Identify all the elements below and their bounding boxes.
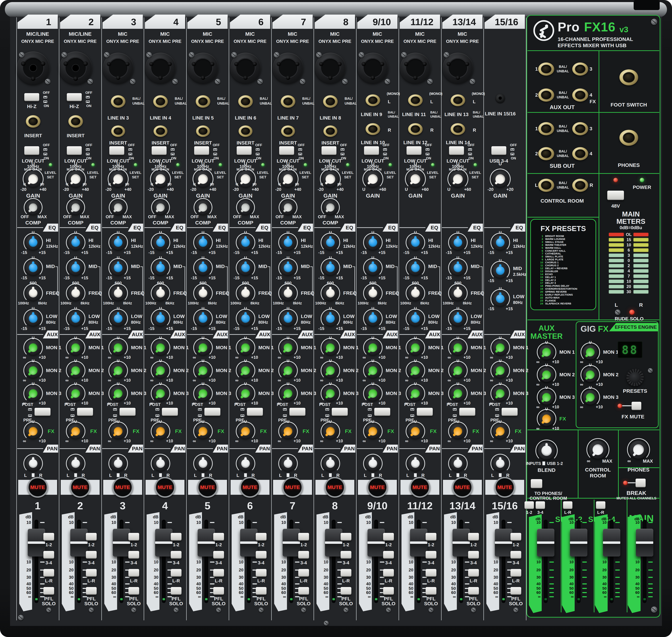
ch-11-12-pan-knob[interactable] <box>408 456 423 471</box>
ch-4-route-34-button[interactable] <box>171 551 181 559</box>
ch-5-route-34-button[interactable] <box>213 551 224 559</box>
ch-11-12-mid-knob[interactable] <box>408 260 423 275</box>
ch-13-14-postpre-button[interactable] <box>459 408 475 416</box>
fx-mute-button[interactable] <box>632 402 641 410</box>
ch-3-pan-knob[interactable] <box>111 456 125 471</box>
ch-7-route-lr-button[interactable] <box>298 569 309 577</box>
ch-11-12-lowcut-button[interactable] <box>406 146 421 155</box>
ch-2-mid-knob[interactable] <box>68 260 83 275</box>
ch-11-12-route-34-button[interactable] <box>425 551 436 559</box>
ch-15-16-pan-knob[interactable] <box>493 456 508 471</box>
ch-2-low-knob[interactable] <box>68 311 83 326</box>
ch-6-lowcut-button[interactable] <box>237 146 252 155</box>
ch-2-pan-knob[interactable] <box>68 456 83 471</box>
ch-13-14-route-pfl-button[interactable] <box>468 587 479 595</box>
ch-6-freq-knob[interactable] <box>238 286 253 301</box>
ch-6-postpre-button[interactable] <box>247 408 263 416</box>
ch-2-route-lr-button[interactable] <box>86 569 97 577</box>
ch-15-16-route-12-button[interactable] <box>510 533 521 541</box>
ch-7-low-knob[interactable] <box>281 311 295 326</box>
ch-11-12-freq-knob[interactable] <box>408 286 423 301</box>
break-button[interactable] <box>636 479 646 487</box>
ch-6-hi-knob[interactable] <box>238 235 253 250</box>
ch-3-postpre-button[interactable] <box>120 408 135 416</box>
ch-11-12-postpre-button[interactable] <box>417 408 433 416</box>
ch-8-route-lr-button[interactable] <box>341 569 351 577</box>
ch-9-10-hi-knob[interactable] <box>366 235 380 250</box>
ch-4-lowcut-button[interactable] <box>152 146 167 155</box>
ch-1-route-lr-button[interactable] <box>43 569 54 577</box>
ch-4-freq-knob[interactable] <box>153 286 168 301</box>
ch-5-hi-knob[interactable] <box>196 235 210 250</box>
ch-15-16-hi-knob[interactable] <box>493 235 508 250</box>
ch-13-14-route-34-button[interactable] <box>468 551 479 559</box>
ch-1-freq-knob[interactable] <box>26 286 40 301</box>
ch-2-hi-knob[interactable] <box>68 235 83 250</box>
ch-13-14-pan-knob[interactable] <box>451 456 465 471</box>
ch-2-lowcut-button[interactable] <box>67 146 82 155</box>
ch-13-14-route-12-button[interactable] <box>468 533 479 541</box>
ch-8-route-34-button[interactable] <box>341 551 351 559</box>
ch-11-12-route-pfl-button[interactable] <box>425 587 436 595</box>
ch-4-mid-knob[interactable] <box>153 260 168 275</box>
ch-8-lowcut-button[interactable] <box>322 146 337 155</box>
ch-1-hiz-button[interactable] <box>24 93 39 101</box>
ch-5-mid-knob[interactable] <box>196 260 210 275</box>
ch-15-16-route-pfl-button[interactable] <box>510 587 521 595</box>
ch-4-postpre-button[interactable] <box>162 408 178 416</box>
ch-3-low-knob[interactable] <box>111 311 125 326</box>
ch-9-10-lowcut-button[interactable] <box>364 146 379 155</box>
ch-2-route-12-button[interactable] <box>86 533 97 541</box>
ch-4-pan-knob[interactable] <box>153 456 168 471</box>
ch-1-mid-knob[interactable] <box>26 260 40 275</box>
ch-7-pan-knob[interactable] <box>281 456 295 471</box>
ch-3-mid-knob[interactable] <box>111 260 125 275</box>
ch-3-route-pfl-button[interactable] <box>128 587 139 595</box>
ch-1-low-knob[interactable] <box>26 311 40 326</box>
ch-3-route-lr-button[interactable] <box>128 569 139 577</box>
ch-5-lowcut-button[interactable] <box>194 146 209 155</box>
ch-5-low-knob[interactable] <box>196 311 210 326</box>
ch-4-route-lr-button[interactable] <box>171 569 181 577</box>
ch-6-route-34-button[interactable] <box>256 551 267 559</box>
ch-13-14-mid-knob[interactable] <box>451 260 465 275</box>
ch-9-10-route-12-button[interactable] <box>383 533 394 541</box>
ch-4-hi-knob[interactable] <box>153 235 168 250</box>
ch-11-12-route-12-button[interactable] <box>425 533 436 541</box>
to-phones-button[interactable] <box>531 479 542 488</box>
ch-1-route-34-button[interactable] <box>43 551 54 559</box>
ch-13-14-low-knob[interactable] <box>451 311 465 326</box>
ch-2-route-34-button[interactable] <box>86 551 97 559</box>
ch-5-postpre-button[interactable] <box>204 408 220 416</box>
ch-5-freq-knob[interactable] <box>196 286 210 301</box>
ch-5-route-12-button[interactable] <box>213 533 224 541</box>
phantom-48v-button[interactable] <box>607 190 624 200</box>
ch-13-14-route-lr-button[interactable] <box>468 569 479 577</box>
ch-3-lowcut-button[interactable] <box>109 146 124 155</box>
ch-3-route-12-button[interactable] <box>128 533 139 541</box>
ch-15-16-route-34-button[interactable] <box>510 551 521 559</box>
ch-2-hiz-button[interactable] <box>67 93 82 101</box>
ch-2-postpre-button[interactable] <box>77 408 93 416</box>
ch-3-hi-knob[interactable] <box>111 235 125 250</box>
ch-6-route-lr-button[interactable] <box>256 569 267 577</box>
ch-1-route-pfl-button[interactable] <box>43 587 54 595</box>
ch-7-route-34-button[interactable] <box>298 551 309 559</box>
ch-1-pan-knob[interactable] <box>26 456 40 471</box>
master-sub12-assign-0[interactable] <box>563 501 573 509</box>
ch-9-10-freq-knob[interactable] <box>366 286 380 301</box>
ch-8-postpre-button[interactable] <box>332 408 348 416</box>
ch-9-10-route-pfl-button[interactable] <box>383 587 394 595</box>
ch-8-hi-knob[interactable] <box>323 235 338 250</box>
ch-7-mid-knob[interactable] <box>281 260 295 275</box>
ch-1-route-12-button[interactable] <box>43 533 54 541</box>
ch-3-route-34-button[interactable] <box>128 551 139 559</box>
ch-13-14-hi-knob[interactable] <box>451 235 465 250</box>
ch-15-16-low-knob[interactable] <box>493 291 508 306</box>
ch-9-10-route-34-button[interactable] <box>383 551 394 559</box>
ch-6-route-pfl-button[interactable] <box>256 587 267 595</box>
ch-1-postpre-button[interactable] <box>35 408 51 416</box>
ch-9-10-low-knob[interactable] <box>366 311 380 326</box>
ch-5-pan-knob[interactable] <box>196 456 210 471</box>
ch-6-mid-knob[interactable] <box>238 260 253 275</box>
